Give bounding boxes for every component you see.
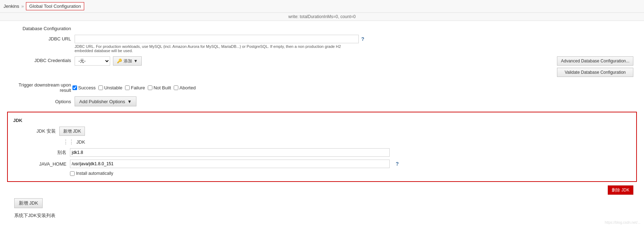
aborted-label: Aborted (179, 85, 196, 90)
jdk-section-title: JDK (13, 118, 631, 123)
add-dropdown-arrow: ▼ (134, 59, 138, 63)
install-auto-checkbox[interactable] (70, 171, 75, 176)
jdbc-credentials-label: JDBC Credentials (7, 56, 71, 63)
jdbc-url-help-icon[interactable]: ? (360, 36, 366, 42)
add-jdk-button[interactable]: 新增 JDK (59, 127, 85, 136)
java-home-help-icon[interactable]: ? (395, 161, 400, 167)
publisher-dropdown-arrow: ▼ (127, 99, 132, 104)
delete-jdk-button[interactable]: 删除 JDK (608, 185, 633, 195)
jdbc-url-field: ? JDBC URL. For production workloads, us… (75, 35, 637, 53)
not-built-label: Not Built (153, 85, 171, 90)
status-text: write: totalDurationInMs=0, count=0 (288, 14, 356, 19)
top-navigation: Jenkins » Global Tool Configuration (0, 0, 644, 13)
status-bar: write: totalDurationInMs=0, count=0 (0, 13, 644, 21)
jdbc-credentials-field: -元- 🔑 添加 ▼ (75, 56, 553, 66)
install-auto-row: Install automatically (70, 171, 631, 176)
key-icon: 🔑 (117, 59, 122, 63)
jdk-section: JDK JDK 安装 新增 JDK ⋮⋮ JDK 别名 JAVA_HOME (7, 112, 637, 182)
system-jdk-label: 系统下JDK安装列表 (14, 212, 630, 219)
failure-label: Failure (131, 85, 145, 90)
jdk-javahome-input[interactable] (70, 160, 390, 168)
jdk-install-label: JDK 安装 (13, 128, 56, 134)
trigger-label: Trigger downstream upon result (7, 82, 71, 93)
jdbc-url-hint: JDBC URL. For production workloads, use … (75, 44, 359, 53)
add-publisher-label: Add Publisher Options (79, 99, 125, 104)
credentials-select[interactable]: -元- (75, 56, 110, 66)
options-label: Options (7, 99, 71, 104)
install-auto-label: Install automatically (76, 171, 113, 176)
add-credentials-button[interactable]: 🔑 添加 ▼ (113, 56, 142, 66)
success-checkbox[interactable] (72, 85, 77, 90)
failure-checkbox-item: Failure (125, 85, 145, 90)
not-built-checkbox[interactable] (148, 85, 152, 90)
failure-checkbox[interactable] (125, 85, 130, 90)
trigger-row: Trigger downstream upon result Success U… (7, 82, 637, 93)
success-label: Success (78, 85, 96, 90)
jdk-javahome-row: JAVA_HOME ? (24, 160, 631, 168)
options-row: Options Add Publisher Options ▼ (7, 96, 637, 106)
advanced-db-config-button[interactable]: Advanced Database Configuration... (557, 56, 633, 66)
aborted-checkbox-item: Aborted (174, 85, 196, 90)
jdk-alias-row: 别名 (24, 148, 631, 157)
unstable-checkbox-item: Unstable (98, 85, 122, 90)
current-page-label: Global Tool Configuration (26, 2, 84, 10)
add-publisher-button[interactable]: Add Publisher Options ▼ (75, 96, 136, 106)
bottom-section: 新增 JDK 系统下JDK安装列表 (7, 198, 637, 219)
nav-separator: » (21, 4, 24, 9)
jdbc-credentials-row: JDBC Credentials -元- 🔑 添加 ▼ Advanced Dat… (7, 56, 637, 77)
bottom-add-jdk-button[interactable]: 新增 JDK (14, 198, 43, 208)
jdk-javahome-label: JAVA_HOME (24, 161, 66, 167)
jdk-drag-label: JDK (76, 139, 85, 145)
validate-db-config-button[interactable]: Validate Database Configuration (557, 68, 633, 77)
main-content: Database Configuration JDBC URL ? JDBC U… (0, 21, 644, 228)
jdk-inner-config: ⋮⋮ JDK 别名 JAVA_HOME ? Install automatica… (24, 139, 631, 176)
success-checkbox-item: Success (72, 85, 96, 90)
trigger-checkboxes: Success Unstable Failure Not Built Abort… (72, 85, 196, 90)
jdk-drag-row: ⋮⋮ JDK (17, 139, 631, 145)
drag-handle-icon: ⋮⋮ (63, 139, 74, 145)
jdbc-url-input[interactable] (75, 35, 359, 43)
jdbc-url-label: JDBC URL (7, 35, 71, 41)
jdk-install-row: JDK 安装 新增 JDK (13, 127, 631, 136)
db-config-section-label: Database Configuration (7, 24, 71, 31)
aborted-checkbox[interactable] (174, 85, 178, 90)
not-built-checkbox-item: Not Built (148, 85, 171, 90)
unstable-label: Unstable (104, 85, 122, 90)
unstable-checkbox[interactable] (98, 85, 103, 90)
jdk-alias-input[interactable] (70, 148, 390, 157)
db-config-section: Database Configuration (7, 24, 637, 31)
jenkins-nav-link[interactable]: Jenkins (4, 4, 19, 9)
jdk-alias-label: 别名 (24, 149, 66, 156)
jdbc-url-row: JDBC URL ? JDBC URL. For production work… (7, 35, 637, 53)
